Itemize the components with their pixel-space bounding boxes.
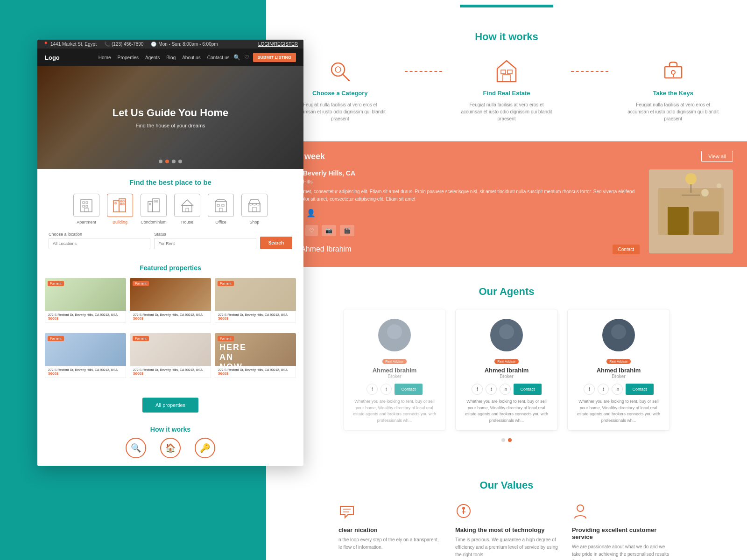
featured-contact-button[interactable]: Contact <box>613 245 640 254</box>
svg-rect-17 <box>156 201 158 202</box>
property-address-4: 272 S Rexford Dr, Beverly Hills, CA 9021… <box>48 368 123 371</box>
heart-icon[interactable]: ♡ <box>244 54 249 61</box>
search-button[interactable]: Search <box>260 237 292 249</box>
property-card-1[interactable]: For rent 272 S Rexford Dr, Beverly Hills… <box>45 278 126 329</box>
office-icon <box>208 194 234 217</box>
category-office[interactable]: Office <box>208 194 234 224</box>
nav-home[interactable]: Home <box>99 55 111 60</box>
svg-rect-10 <box>123 201 124 202</box>
twitter-icon-2[interactable]: t <box>486 384 497 395</box>
svg-rect-21 <box>215 202 226 212</box>
svg-point-52 <box>382 340 407 351</box>
view-all-button[interactable]: View all <box>701 151 733 162</box>
svg-point-38 <box>671 70 675 74</box>
nav-about[interactable]: About us <box>182 55 200 60</box>
location-input[interactable] <box>49 238 150 249</box>
property-card-3[interactable]: For rent 272 S Rexford Dr, Beverly Hills… <box>215 278 296 329</box>
how-steps: Choose a Category Feugiat nulla facilisi… <box>294 57 719 122</box>
svg-rect-15 <box>149 203 151 205</box>
featured-properties-section: Featured properties For rent 272 S Rexfo… <box>37 257 303 392</box>
hero-dot-1[interactable] <box>159 160 162 163</box>
property-card-6[interactable]: HEREANNOW For rent 272 S Rexford Dr, Bev… <box>215 333 296 385</box>
how-icons-row: 🔍 🏠 🔑 <box>45 438 296 458</box>
nav-blog[interactable]: Blog <box>166 55 176 60</box>
hero-subtitle: Find the house of your dreams <box>135 123 205 128</box>
featured-week-header: s this week View all <box>280 151 733 162</box>
status-group: Status <box>154 232 256 249</box>
agent-contact-button-2[interactable]: Contact <box>514 384 541 395</box>
status-input[interactable] <box>154 238 256 249</box>
choose-category-icon <box>324 57 356 85</box>
for-rent-badge-4: For rent <box>48 336 64 341</box>
properties-grid: For rent 272 S Rexford Dr, Beverly Hills… <box>45 278 296 385</box>
how-it-works-left-title: How it works <box>45 426 296 433</box>
category-condominium[interactable]: Condominium <box>141 194 167 224</box>
hero-dot-2[interactable] <box>165 160 169 163</box>
key-circle-icon: 🔑 <box>195 438 215 458</box>
find-title: Find the best place to be <box>45 178 296 186</box>
agents-dot-1[interactable] <box>501 438 505 442</box>
customer-service-icon <box>572 503 675 523</box>
our-agents-section: Our Agents Real Advisor Ahmed Ibrahim Br… <box>266 267 747 461</box>
hero-title: Let Us Guide You Home <box>113 107 229 119</box>
svg-marker-18 <box>182 200 193 205</box>
twitter-icon-3[interactable]: t <box>598 384 609 395</box>
svg-rect-14 <box>153 199 159 212</box>
step-3-title: Take the Keys <box>653 90 693 97</box>
featured-property-icons: 🛏 🚿 👤 <box>280 209 640 217</box>
step-3-desc: Feugiat nulla facilisis at vero eros et … <box>627 101 719 122</box>
hero-dot-3[interactable] <box>172 160 176 163</box>
property-address-6: 272 S Rexford Dr, Beverly Hills, CA 9021… <box>218 368 293 371</box>
all-properties-button[interactable]: All properties <box>142 398 198 413</box>
search-icon[interactable]: 🔍 <box>233 54 240 61</box>
value-desc-3: We are passionate about what we do and w… <box>572 543 675 560</box>
house-label: House <box>181 220 193 224</box>
logo: Logo <box>45 54 60 61</box>
agents-carousel-dots <box>280 438 733 442</box>
login-link[interactable]: LOGIN/REGISTER <box>258 42 298 47</box>
agent-desc-3: Whether you are looking to rent, buy or … <box>574 399 663 424</box>
property-card-5[interactable]: For rent 272 S Rexford Dr, Beverly Hills… <box>130 333 211 385</box>
agents-dot-2[interactable] <box>508 438 512 442</box>
linkedin-icon-3[interactable]: in <box>612 384 623 395</box>
agent-contact-button-3[interactable]: Contact <box>626 384 653 395</box>
communication-icon <box>338 503 441 523</box>
heart-action-button[interactable]: ♡ <box>305 225 318 236</box>
value-desc-1: n the loop every step of the ely on a tr… <box>338 536 441 551</box>
featured-property-details: ord Dr, Beverly Hills, CA r, Beverly Hil… <box>280 169 640 258</box>
agent-name-1: Ahmed Ibrahim <box>350 367 439 374</box>
nav-properties[interactable]: Properties <box>117 55 139 60</box>
nav-icons: 🔍 ♡ <box>233 54 249 61</box>
category-apartment[interactable]: Apartment <box>73 194 99 224</box>
category-house[interactable]: House <box>174 194 200 224</box>
category-building[interactable]: Building <box>107 194 133 224</box>
linkedin-icon-2[interactable]: in <box>500 384 511 395</box>
submit-listing-button[interactable]: SUBMIT LISTING <box>253 53 296 62</box>
camera-action-button[interactable]: 📷 <box>322 225 336 236</box>
facebook-icon-2[interactable]: f <box>472 384 483 395</box>
category-shop[interactable]: Shop <box>241 194 268 224</box>
top-bar: 📍 1441 Market St, Egypt 📞 (123) 456-7890… <box>37 40 303 49</box>
property-info-5: 272 S Rexford Dr, Beverly Hills, CA 9021… <box>130 366 211 378</box>
agent-contact-button-1[interactable]: Contact <box>395 384 422 395</box>
apartment-label: Apartment <box>77 220 96 224</box>
shop-icon <box>241 194 268 217</box>
office-label: Office <box>215 220 226 224</box>
agent-avatar-2 <box>490 319 523 351</box>
nav-agents[interactable]: Agents <box>145 55 160 60</box>
nav-contact[interactable]: Contact us <box>207 55 230 60</box>
property-card-4[interactable]: For rent 272 S Rexford Dr, Beverly Hills… <box>45 333 126 385</box>
twitter-icon-1[interactable]: t <box>381 384 392 395</box>
hero-dot-4[interactable] <box>178 160 182 163</box>
property-card-2[interactable]: For rent 272 S Rexford Dr, Beverly Hills… <box>130 278 211 329</box>
svg-rect-8 <box>115 203 116 204</box>
agent-desc-2: Whether you are looking to rent, buy or … <box>462 399 551 424</box>
facebook-icon-3[interactable]: f <box>584 384 595 395</box>
property-price-2: 5000$ <box>133 316 208 321</box>
value-item-3: Providing excellent customer service We … <box>572 503 675 560</box>
video-action-button[interactable]: 🎬 <box>340 225 354 236</box>
all-properties-section: All properties <box>37 392 303 418</box>
facebook-icon-1[interactable]: f <box>366 384 378 395</box>
featured-agent: Ahmed Ibrahim Contact <box>280 241 640 258</box>
agent-badge-3: Real Advisor <box>606 359 630 364</box>
